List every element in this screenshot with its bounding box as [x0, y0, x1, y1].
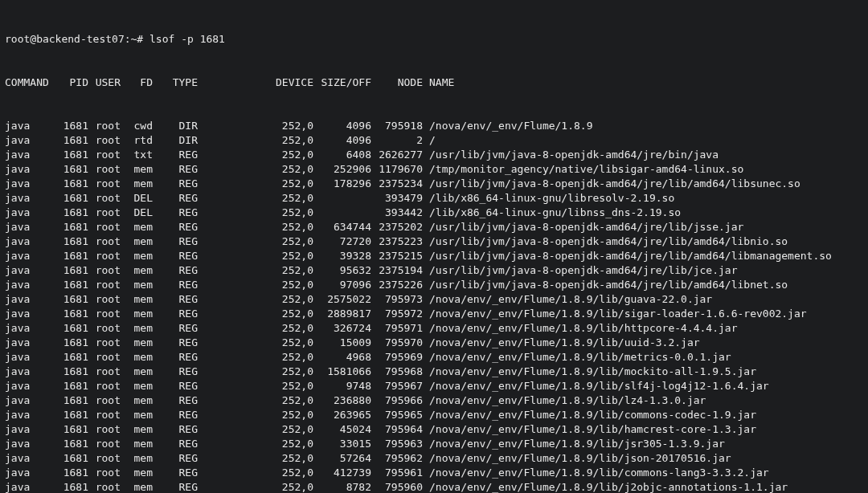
cell-name: /nova/env/_env/Flume/1.8.9/lib/commons-c…	[423, 408, 756, 422]
cell-pid: 1681	[56, 422, 88, 437]
cell-pid: 1681	[56, 148, 88, 162]
cell-pid: 1681	[56, 480, 88, 493]
col-header-fd: FD	[121, 75, 153, 90]
cell-size_off: 4968	[313, 350, 371, 365]
table-row: java1681rootmemREG252,01782962375234/usr…	[5, 177, 863, 191]
cell-pid: 1681	[56, 191, 88, 206]
cell-pid: 1681	[56, 292, 88, 307]
cell-type: REG	[153, 234, 198, 249]
cell-pid: 1681	[56, 437, 88, 451]
cell-type: REG	[153, 220, 198, 234]
cell-type: REG	[153, 336, 198, 350]
cell-device: 252,0	[198, 292, 313, 307]
command-text: lsof -p 1681	[149, 32, 225, 47]
cell-type: REG	[153, 480, 198, 493]
cell-node: 795966	[371, 393, 423, 408]
cell-device: 252,0	[198, 365, 313, 379]
cell-device: 252,0	[198, 249, 313, 263]
cell-node: 393442	[371, 206, 423, 220]
cell-name: /nova/env/_env/Flume/1.8.9/lib/commons-l…	[423, 466, 769, 480]
cell-name: /usr/lib/jvm/java-8-openjdk-amd64/jre/bi…	[423, 148, 719, 162]
cell-name: /nova/env/_env/Flume/1.8.9/lib/hamcrest-…	[423, 422, 756, 437]
table-row: java1681roottxtREG252,064082626277/usr/l…	[5, 148, 863, 162]
cell-node: 795969	[371, 350, 423, 365]
cell-user: root	[88, 480, 121, 493]
cell-size_off: 45024	[313, 422, 371, 437]
cell-device: 252,0	[198, 148, 313, 162]
cell-fd: mem	[121, 437, 153, 451]
cell-node: 795918	[371, 119, 423, 133]
cell-user: root	[88, 466, 121, 480]
table-row: java1681rootmemREG252,0956322375194/usr/…	[5, 263, 863, 278]
cell-type: REG	[153, 393, 198, 408]
cell-node: 795968	[371, 365, 423, 379]
cell-size_off: 9748	[313, 379, 371, 393]
cell-name: /lib/x86_64-linux-gnu/libresolv-2.19.so	[423, 191, 674, 206]
cell-size_off: 412739	[313, 466, 371, 480]
cell-command: java	[5, 206, 56, 220]
cell-user: root	[88, 177, 121, 191]
cell-device: 252,0	[198, 350, 313, 365]
cell-pid: 1681	[56, 177, 88, 191]
cell-user: root	[88, 249, 121, 263]
cell-device: 252,0	[198, 437, 313, 451]
cell-pid: 1681	[56, 350, 88, 365]
cell-user: root	[88, 451, 121, 466]
cell-command: java	[5, 119, 56, 133]
cell-type: REG	[153, 451, 198, 466]
cell-name: /	[423, 133, 436, 148]
cell-node: 795961	[371, 466, 423, 480]
cell-node: 1179670	[371, 162, 423, 177]
cell-type: REG	[153, 422, 198, 437]
cell-type: REG	[153, 437, 198, 451]
cell-command: java	[5, 191, 56, 206]
cell-name: /nova/env/_env/Flume/1.8.9/lib/sigar-loa…	[423, 307, 807, 321]
cell-node: 2	[371, 133, 423, 148]
cell-command: java	[5, 408, 56, 422]
cell-user: root	[88, 365, 121, 379]
table-row: java1681rootrtdDIR252,040962/	[5, 133, 863, 148]
cell-fd: rtd	[121, 133, 153, 148]
table-row: java1681rootmemREG252,08782795960/nova/e…	[5, 480, 863, 493]
cell-user: root	[88, 422, 121, 437]
cell-device: 252,0	[198, 480, 313, 493]
cell-type: REG	[153, 365, 198, 379]
cell-device: 252,0	[198, 191, 313, 206]
cell-type: REG	[153, 177, 198, 191]
col-header-type: TYPE	[153, 75, 198, 90]
table-row: java1681rootmemREG252,0970962375226/usr/…	[5, 278, 863, 292]
col-header-size: SIZE/OFF	[313, 75, 371, 90]
cell-name: /nova/env/_env/Flume/1.8.9/lib/jsr305-1.…	[423, 437, 725, 451]
cell-size_off: 178296	[313, 177, 371, 191]
table-row: java1681rootmemREG252,04968795969/nova/e…	[5, 350, 863, 365]
table-row: java1681rootDELREG252,0393442/lib/x86_64…	[5, 206, 863, 220]
cell-fd: mem	[121, 365, 153, 379]
table-row: java1681rootmemREG252,045024795964/nova/…	[5, 422, 863, 437]
cell-command: java	[5, 220, 56, 234]
terminal-output[interactable]: root@backend-test07:~# lsof -p 1681 COMM…	[0, 0, 868, 493]
cell-name: /tmp/monitor_agency/native/libsigar-amd6…	[423, 162, 743, 177]
col-header-command: COMMAND	[5, 75, 56, 90]
cell-node: 795973	[371, 292, 423, 307]
cell-user: root	[88, 307, 121, 321]
cell-size_off	[313, 206, 371, 220]
cell-command: java	[5, 321, 56, 336]
cell-type: REG	[153, 307, 198, 321]
cell-pid: 1681	[56, 379, 88, 393]
cell-size_off: 326724	[313, 321, 371, 336]
cell-fd: mem	[121, 336, 153, 350]
cell-fd: mem	[121, 162, 153, 177]
cell-node: 2375194	[371, 263, 423, 278]
cell-name: /usr/lib/jvm/java-8-openjdk-amd64/jre/li…	[423, 234, 788, 249]
cell-node: 795964	[371, 422, 423, 437]
cell-pid: 1681	[56, 278, 88, 292]
cell-user: root	[88, 292, 121, 307]
cell-command: java	[5, 162, 56, 177]
cell-pid: 1681	[56, 133, 88, 148]
cell-user: root	[88, 234, 121, 249]
cell-node: 795967	[371, 379, 423, 393]
cell-user: root	[88, 162, 121, 177]
cell-size_off: 252906	[313, 162, 371, 177]
cell-device: 252,0	[198, 408, 313, 422]
cell-fd: mem	[121, 350, 153, 365]
